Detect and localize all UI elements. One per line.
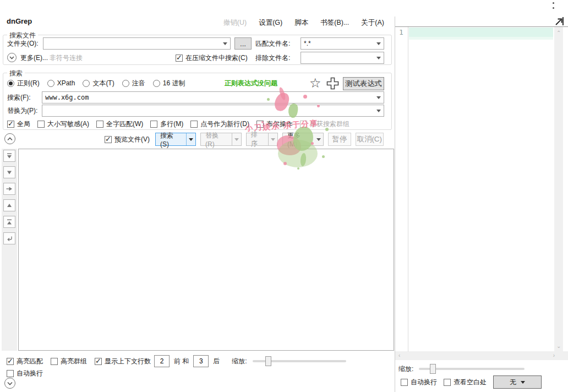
option-boolean-operators-checkbox[interactable]: 布尔操作 [256, 118, 293, 130]
chevron-down-icon[interactable] [223, 42, 227, 45]
results-zoom-label: 缩放: [232, 355, 247, 367]
expand-footer-expander[interactable] [4, 378, 15, 389]
footer-options-row: 高亮匹配 高亮群组 显示上下文行数 前 和 后 缩放: [7, 355, 346, 367]
chevron-down-icon [234, 138, 239, 141]
next-match-icon [6, 168, 13, 176]
scroll-up-icon[interactable]: ⌃ [556, 30, 561, 36]
option-whole-word-checkbox[interactable]: 全字匹配(W) [96, 118, 143, 130]
preview-wrap-checkbox[interactable]: 自动换行 [401, 376, 437, 388]
checkbox-icon [444, 379, 451, 386]
more-dropdown-button[interactable] [314, 133, 323, 145]
radio-icon [122, 80, 129, 87]
previous-file-button[interactable] [3, 216, 15, 228]
option-dot-as-newline-checkbox[interactable]: 点号作为新行(D) [190, 118, 249, 130]
replace-with-combobox[interactable] [42, 105, 384, 117]
menu-settings[interactable]: 设置(G) [259, 18, 282, 28]
radio-icon [83, 80, 90, 87]
sort-button-label: 排序 [247, 133, 269, 145]
preview-pane[interactable]: 1 ⌃ ⌄ [395, 26, 568, 351]
context-after-input[interactable] [193, 355, 209, 367]
show-context-lines-checkbox[interactable]: 显示上下文行数 [95, 355, 151, 367]
context-before-input[interactable] [154, 355, 170, 367]
match-filename-label: 匹配文件名: [255, 37, 290, 50]
match-filename-combobox[interactable]: *.* [301, 37, 384, 50]
preview-file-checkbox[interactable]: 预览文件(V) [105, 133, 150, 145]
results-zoom-slider[interactable] [253, 356, 346, 366]
slider-thumb[interactable] [265, 356, 271, 366]
replace-with-label: 替换为(P): [7, 105, 37, 117]
next-match-button[interactable] [3, 166, 15, 178]
chevron-down-icon[interactable] [376, 110, 381, 112]
replace-button: 替换(R) [200, 133, 242, 146]
highlight-matches-checkbox[interactable]: 高亮匹配 [7, 355, 43, 367]
checkbox-icon [51, 358, 58, 365]
checkbox-icon [300, 121, 307, 128]
preview-horizontal-scrollbar[interactable]: ‹ › [395, 351, 568, 360]
view-whitespace-checkbox[interactable]: 查看空白处 [444, 376, 487, 388]
mode-regex-radio[interactable]: 正则(R) [7, 77, 40, 89]
chevron-down-icon[interactable] [376, 57, 381, 59]
checkbox-icon [105, 136, 112, 143]
mode-phonetic-label: 注音 [132, 79, 145, 88]
browse-folder-button[interactable]: ... [234, 37, 252, 50]
more-options-expander[interactable] [7, 53, 17, 62]
mode-text-radio[interactable]: 文本(T) [83, 77, 114, 89]
menu-bookmarks[interactable]: 书签(B)... [320, 18, 349, 28]
option-global-checkbox[interactable]: 全局 [7, 118, 30, 130]
next-file-button[interactable] [3, 150, 15, 162]
folder-combobox[interactable] [43, 37, 231, 50]
chevron-down-icon[interactable] [376, 96, 381, 99]
preview-file-label: 预览文件(V) [114, 135, 150, 144]
highlight-matches-label: 高亮匹配 [17, 357, 43, 366]
syntax-dropdown[interactable]: 无 [493, 375, 542, 389]
preview-vertical-scrollbar[interactable]: ⌃ ⌄ [554, 27, 563, 351]
search-archives-checkbox[interactable]: 在压缩文件中搜索(C) [176, 52, 248, 64]
context-between-label: 前 和 [174, 355, 189, 367]
option-dot-as-newline-label: 点号作为新行(D) [200, 119, 249, 129]
option-capture-groups-label: 捕获搜索群组 [310, 119, 349, 129]
star-icon[interactable]: ☆ [309, 76, 321, 90]
search-button-label[interactable]: 搜索(S) [156, 133, 186, 145]
show-context-lines-label: 显示上下文行数 [105, 357, 151, 366]
context-after-label: 后 [213, 355, 220, 367]
window-gripper-dot [553, 2, 554, 4]
wrap-lines-button[interactable] [3, 232, 15, 244]
current-match-button[interactable] [3, 183, 15, 195]
option-case-sensitive-checkbox[interactable]: 大小写敏感(A) [37, 118, 89, 130]
scroll-down-icon[interactable]: ⌄ [556, 344, 561, 349]
exclude-filename-combobox[interactable] [301, 52, 384, 64]
menu-script[interactable]: 脚本 [294, 18, 308, 28]
more-button-label[interactable]: 更多(M) [283, 133, 314, 145]
chevron-down-icon[interactable] [376, 42, 381, 45]
highlight-groups-checkbox[interactable]: 高亮群组 [51, 355, 87, 367]
plus-icon[interactable] [326, 77, 340, 90]
search-dropdown-button[interactable] [187, 133, 195, 145]
wrap-text-checkbox[interactable]: 自动换行 [7, 367, 43, 379]
mode-xpath-radio[interactable]: XPath [47, 77, 75, 89]
mode-phonetic-radio[interactable]: 注音 [122, 77, 145, 89]
menu-bar: 撤销(U) 设置(G) 脚本 书签(B)... 关于(A) [223, 18, 384, 28]
slider-thumb[interactable] [430, 364, 436, 374]
mode-hex-radio[interactable]: 16 进制 [153, 77, 185, 89]
previous-match-button[interactable] [3, 199, 15, 211]
search-for-combobox[interactable]: www.x6g.com [42, 91, 384, 104]
checkbox-icon [96, 121, 103, 128]
current-line-highlight [409, 28, 553, 37]
previous-match-icon [6, 202, 13, 209]
search-button[interactable]: 搜索(S) [155, 133, 196, 146]
more-button[interactable]: 更多(M) [282, 133, 324, 146]
scroll-left-icon[interactable]: ‹ [398, 353, 400, 358]
scroll-right-icon[interactable]: › [553, 353, 555, 358]
more-options-label[interactable]: 更多(E)... [20, 52, 48, 64]
option-multiline-checkbox[interactable]: 多行(M) [150, 118, 183, 130]
open-in-window-button[interactable] [555, 17, 564, 26]
test-expression-button[interactable]: 测试表达式 [343, 77, 384, 90]
window-gripper-dot [553, 7, 554, 9]
menu-about[interactable]: 关于(A) [361, 18, 384, 28]
collapse-form-expander[interactable] [4, 133, 15, 144]
wrap-text-label: 自动换行 [17, 369, 43, 378]
radio-icon [47, 80, 54, 87]
results-list[interactable] [18, 149, 394, 351]
preview-zoom-slider[interactable] [419, 364, 525, 374]
match-filename-value: *.* [304, 40, 374, 47]
